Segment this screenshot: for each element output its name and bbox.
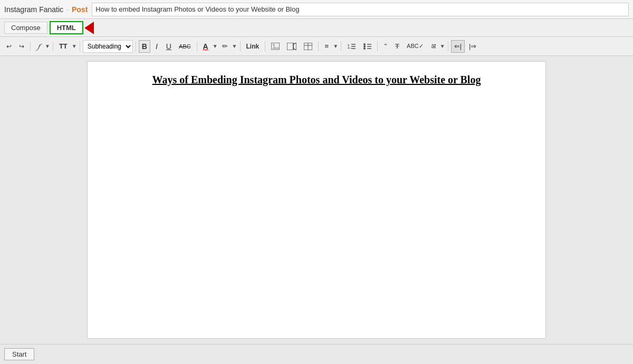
- brand-post: Post: [72, 5, 88, 14]
- clear-format-button[interactable]: T: [392, 40, 402, 53]
- tab-row: Compose HTML: [0, 19, 633, 37]
- video-icon: [287, 43, 296, 50]
- toolbar-separator-11: [448, 41, 448, 52]
- svg-rect-3: [287, 43, 293, 50]
- italic-button[interactable]: I: [151, 40, 162, 53]
- hindi-button[interactable]: अ: [428, 40, 439, 53]
- red-arrow-icon: [84, 22, 94, 34]
- font-size-arrow: ▼: [72, 43, 77, 49]
- highlight-arrow: ▼: [232, 43, 237, 49]
- table-button[interactable]: [301, 40, 315, 53]
- ordered-list-button[interactable]: 1.: [344, 40, 359, 53]
- toolbar: ↩ ↪ 𝑓 ▼ TT ▼ Subheading B I U ABC A ▼ ✏ …: [0, 37, 633, 56]
- toolbar-separator-7: [265, 41, 265, 52]
- ordered-list-icon: 1.: [347, 43, 356, 50]
- rtl-button[interactable]: ⇐|: [451, 40, 465, 53]
- link-button[interactable]: Link: [243, 40, 263, 53]
- toolbar-separator-1: [30, 41, 31, 52]
- spellcheck-button[interactable]: ABC✓: [404, 40, 427, 53]
- editor-content: Ways of Embeding Instagram Photos and Vi…: [103, 72, 530, 87]
- unordered-list-button[interactable]: [360, 40, 375, 53]
- font-family-button[interactable]: 𝑓: [33, 40, 44, 53]
- html-arrow: [84, 22, 94, 34]
- editor-container: Ways of Embeding Instagram Photos and Vi…: [0, 56, 633, 344]
- toolbar-separator-8: [318, 41, 319, 52]
- compose-tab[interactable]: Compose: [4, 22, 47, 34]
- font-color-button[interactable]: A: [200, 40, 212, 53]
- toolbar-separator-5: [197, 41, 197, 52]
- image-button[interactable]: [268, 40, 283, 53]
- html-tab[interactable]: HTML: [50, 21, 83, 34]
- svg-text:1.: 1.: [347, 44, 351, 50]
- table-icon: [304, 43, 312, 50]
- toolbar-separator-10: [377, 41, 378, 52]
- hindi-arrow: ▼: [440, 43, 445, 49]
- underline-button[interactable]: U: [163, 40, 175, 53]
- redo-button[interactable]: ↪: [16, 40, 27, 53]
- unordered-list-icon: [363, 43, 371, 50]
- paragraph-style-select[interactable]: Subheading: [83, 40, 133, 53]
- bold-button[interactable]: B: [139, 40, 150, 53]
- start-button[interactable]: Start: [4, 348, 34, 360]
- font-color-arrow: ▼: [213, 43, 218, 49]
- ltr-button[interactable]: |⇒: [466, 40, 479, 53]
- svg-marker-2: [271, 46, 280, 50]
- strikethrough-button[interactable]: ABC: [176, 40, 194, 53]
- brand-dot: ·: [66, 5, 69, 14]
- svg-point-12: [363, 43, 366, 45]
- align-button[interactable]: ≡: [321, 40, 332, 53]
- video-button[interactable]: [284, 40, 300, 53]
- highlight-button[interactable]: ✏: [219, 40, 231, 53]
- post-title-input[interactable]: [92, 3, 629, 16]
- svg-point-1: [273, 44, 275, 46]
- undo-button[interactable]: ↩: [3, 40, 15, 53]
- toolbar-separator-4: [136, 41, 136, 52]
- svg-marker-4: [293, 43, 296, 50]
- toolbar-separator-6: [240, 41, 241, 52]
- toolbar-separator-3: [80, 41, 80, 52]
- toolbar-separator-2: [53, 41, 53, 52]
- editor-heading: Ways of Embeding Instagram Photos and Vi…: [103, 72, 530, 87]
- blockquote-button[interactable]: ": [380, 40, 391, 53]
- font-family-arrow: ▼: [45, 43, 50, 49]
- align-arrow: ▼: [333, 43, 338, 49]
- app-brand: Instagram Fanatic · Post: [4, 5, 88, 14]
- svg-point-13: [363, 45, 366, 47]
- toolbar-separator-9: [341, 41, 341, 52]
- svg-point-14: [363, 47, 366, 50]
- image-icon: [271, 43, 280, 50]
- top-bar: Instagram Fanatic · Post: [0, 0, 633, 19]
- editor-area[interactable]: Ways of Embeding Instagram Photos and Vi…: [87, 61, 546, 339]
- brand-name: Instagram Fanatic: [4, 5, 63, 14]
- font-size-button[interactable]: TT: [56, 40, 71, 53]
- bottom-bar: Start: [0, 344, 633, 364]
